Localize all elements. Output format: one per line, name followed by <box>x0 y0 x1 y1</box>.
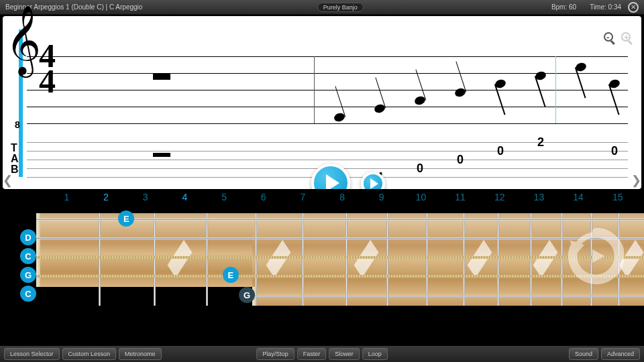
time-label: Time: 0:34 <box>590 3 621 11</box>
tab-value: 0 <box>611 144 618 158</box>
tab-rest <box>153 153 170 157</box>
faster-button[interactable]: Faster <box>297 348 327 360</box>
replay-button[interactable] <box>568 228 624 284</box>
fret-number: 15 <box>598 192 637 204</box>
bottom-bar: Lesson SelectorCustom LessonMetronome Pl… <box>0 346 644 362</box>
sound-button[interactable]: Sound <box>569 348 598 360</box>
fret-number: 12 <box>480 192 519 204</box>
play-stop-button[interactable]: Play/Stop <box>256 348 294 360</box>
whole-rest <box>153 74 170 80</box>
fret-number: 9 <box>362 192 401 204</box>
next-page-button[interactable]: ❯ <box>631 173 641 188</box>
fret-numbers: 123456789101112131415 <box>47 192 637 204</box>
fret-number: 6 <box>244 192 283 204</box>
svg-marker-2 <box>592 249 604 263</box>
loop-button[interactable]: Loop <box>362 348 388 360</box>
clef-octave: 8 <box>15 119 20 130</box>
fret-number: 3 <box>125 192 165 204</box>
fret-number: 2 <box>87 192 126 204</box>
open-string-note: G <box>20 267 36 283</box>
metronome-button[interactable]: Metronome <box>119 348 162 360</box>
fret-number: 4 <box>165 192 205 204</box>
fret-number: 11 <box>441 192 480 204</box>
lesson-selector-button[interactable]: Lesson Selector <box>4 348 60 360</box>
open-string-note: D <box>20 229 36 245</box>
score-panel: - + 𝄞 8 44 T A B 0 4 0 0 0 2 0 <box>3 16 641 189</box>
slower-button[interactable]: Slower <box>329 348 360 360</box>
fret-number: 8 <box>323 192 362 204</box>
tab-value: 0 <box>497 144 504 158</box>
fret-number: 10 <box>401 192 441 204</box>
tab-value: 0 <box>457 153 464 167</box>
fret-number: 13 <box>519 192 559 204</box>
fret-number: 1 <box>47 192 87 204</box>
bpm-label: Bpm: 60 <box>551 3 576 11</box>
tab-value: 2 <box>537 135 544 149</box>
open-string-note: C <box>20 286 36 302</box>
custom-lesson-button[interactable]: Custom Lesson <box>62 348 117 360</box>
fret-number: 7 <box>283 192 323 204</box>
fret-number: 14 <box>559 192 598 204</box>
close-button[interactable]: ✕ <box>628 2 639 13</box>
time-signature: 44 <box>39 43 56 94</box>
tab-value: 0 <box>417 162 423 176</box>
tab-letter-t: T <box>11 143 17 153</box>
fret-number: 5 <box>205 192 244 204</box>
fretboard-panel: 123456789101112131415 EE DCGCG <box>0 189 644 339</box>
fretboard[interactable]: EE <box>36 208 644 306</box>
zoom-out-button[interactable]: - <box>604 32 619 47</box>
zoom-in-button[interactable]: + <box>621 32 636 47</box>
brand-badge: Purely Banjo <box>317 3 364 12</box>
prev-page-button[interactable]: ❮ <box>3 173 13 188</box>
open-string-note: C <box>20 248 36 264</box>
top-bar: Beginner Arpeggios 1 (Double C) | C Arpe… <box>0 0 644 15</box>
music-staff <box>27 56 628 123</box>
fifth-string-note: G <box>239 287 255 303</box>
fret-note: E <box>223 267 239 283</box>
advanced-button[interactable]: Advanced <box>601 348 640 360</box>
tab-letter-a: A <box>11 154 19 164</box>
